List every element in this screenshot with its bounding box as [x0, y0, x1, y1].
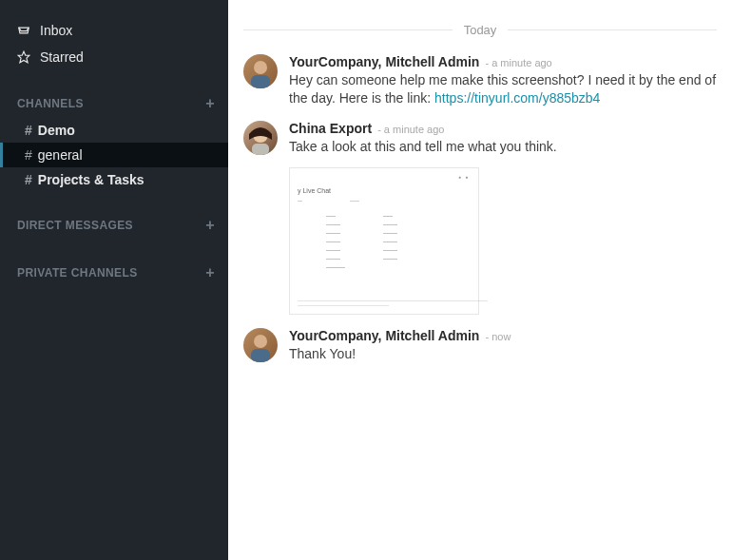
- dm-label: DIRECT MESSAGES: [17, 219, 133, 232]
- inbox-item[interactable]: Inbox: [0, 17, 228, 44]
- message-time: - a minute ago: [485, 57, 551, 68]
- inbox-icon: [17, 24, 30, 37]
- channel-label: general: [38, 147, 83, 163]
- channel-label: Demo: [38, 123, 75, 138]
- private-section: PRIVATE CHANNELS +: [0, 259, 228, 287]
- message-body: YourCompany, Mitchell Admin - a minute a…: [289, 54, 717, 107]
- add-channel-button[interactable]: +: [205, 95, 215, 112]
- svg-marker-0: [18, 51, 29, 63]
- attachment-preview[interactable]: ● ● y Live Chat ——— ————————————————————…: [289, 167, 479, 315]
- avatar: [243, 121, 278, 155]
- dm-header: DIRECT MESSAGES +: [0, 211, 228, 240]
- channels-section: CHANNELS + # Demo # general # Projects &…: [0, 89, 228, 192]
- private-label: PRIVATE CHANNELS: [17, 266, 138, 280]
- message-thread: Today YourCompany, Mitchell Admin - a mi…: [228, 0, 732, 560]
- svg-point-5: [254, 335, 267, 348]
- private-header: PRIVATE CHANNELS +: [0, 259, 228, 287]
- starred-label: Starred: [40, 49, 84, 65]
- message-author: YourCompany, Mitchell Admin: [289, 54, 479, 69]
- svg-rect-6: [251, 349, 270, 362]
- svg-point-1: [254, 61, 267, 74]
- inbox-label: Inbox: [40, 23, 72, 38]
- message-text: Hey can someone help me make this screen…: [289, 71, 717, 107]
- add-private-button[interactable]: +: [205, 264, 215, 281]
- star-icon: [17, 50, 30, 64]
- message-link[interactable]: https://tinyurl.com/y885bzb4: [434, 90, 600, 106]
- channels-header: CHANNELS +: [0, 89, 228, 118]
- add-dm-button[interactable]: +: [205, 217, 215, 234]
- channel-label: Projects & Tasks: [38, 172, 144, 187]
- avatar: [243, 328, 278, 362]
- date-label: Today: [453, 23, 509, 37]
- sidebar: Inbox Starred CHANNELS + # Demo # genera…: [0, 0, 228, 560]
- message: YourCompany, Mitchell Admin - now Thank …: [243, 328, 717, 363]
- message-body: YourCompany, Mitchell Admin - now Thank …: [289, 328, 717, 363]
- date-separator: Today: [243, 23, 717, 37]
- message-author: China Export: [289, 121, 372, 136]
- channels-label: CHANNELS: [17, 97, 84, 110]
- message-time: - now: [485, 331, 510, 342]
- hash-icon: #: [25, 147, 32, 163]
- message-author: YourCompany, Mitchell Admin: [289, 328, 479, 343]
- hash-icon: #: [25, 123, 32, 138]
- message-text: Take a look at this and tell me what you…: [289, 138, 717, 156]
- svg-rect-2: [251, 75, 270, 88]
- dm-section: DIRECT MESSAGES +: [0, 211, 228, 240]
- message-text: Thank You!: [289, 345, 717, 363]
- message-time: - a minute ago: [377, 124, 444, 135]
- message: China Export - a minute ago Take a look …: [243, 121, 717, 315]
- message: YourCompany, Mitchell Admin - a minute a…: [243, 54, 717, 107]
- channel-general[interactable]: # general: [0, 143, 228, 167]
- avatar: [243, 54, 278, 88]
- message-body: China Export - a minute ago Take a look …: [289, 121, 717, 315]
- hash-icon: #: [25, 172, 32, 187]
- channel-demo[interactable]: # Demo: [0, 118, 228, 143]
- svg-rect-4: [252, 144, 269, 155]
- starred-item[interactable]: Starred: [0, 44, 228, 70]
- channel-projects-tasks[interactable]: # Projects & Tasks: [0, 167, 228, 192]
